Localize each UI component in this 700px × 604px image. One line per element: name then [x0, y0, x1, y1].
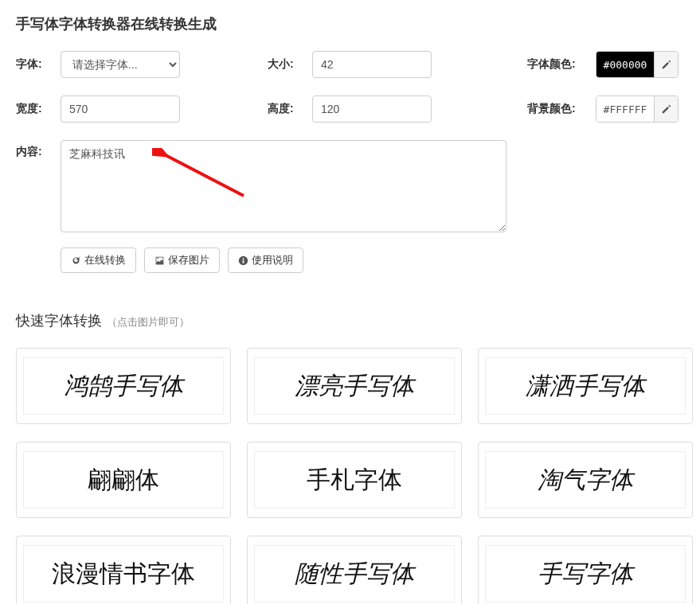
- button-row: 在线转换 保存图片 使用说明: [61, 247, 684, 273]
- font-card-label: 潇洒手写体: [485, 357, 686, 415]
- font-card-label: 翩翩体: [23, 451, 224, 509]
- quick-cards-grid: 鸿鹄手写体 漂亮手写体 潇洒手写体 翩翩体 手札字体 淘气字体 浪漫情书字体 随…: [16, 348, 684, 604]
- font-card-label: 淘气字体: [485, 451, 686, 509]
- help-button[interactable]: 使用说明: [228, 247, 303, 273]
- font-card[interactable]: 淘气字体: [478, 442, 693, 518]
- font-card-label: 浪漫情书字体: [23, 545, 224, 602]
- bg-color-swatch: #FFFFFF: [596, 96, 654, 122]
- svg-rect-2: [243, 259, 244, 263]
- pencil-icon: [661, 103, 672, 115]
- label-content: 内容:: [16, 140, 61, 159]
- font-card[interactable]: 随性手写体: [247, 536, 462, 604]
- label-font-color: 字体颜色:: [519, 57, 591, 72]
- font-select[interactable]: 请选择字体...: [61, 51, 180, 78]
- save-button[interactable]: 保存图片: [144, 247, 220, 273]
- font-card-label: 随性手写体: [254, 545, 455, 602]
- font-card-label: 手写字体: [485, 545, 686, 602]
- font-card[interactable]: 浪漫情书字体: [16, 536, 231, 604]
- font-card-label: 手札字体: [254, 451, 455, 509]
- font-color-edit-button[interactable]: [654, 52, 678, 77]
- bg-color-edit-button[interactable]: [654, 96, 678, 122]
- quick-title-text: 快速字体转换: [16, 311, 102, 330]
- quick-section-title: 快速字体转换 （点击图片即可）: [16, 311, 684, 330]
- refresh-icon: [71, 255, 81, 266]
- label-size: 大小:: [268, 57, 312, 72]
- content-textarea[interactable]: 芝麻科技讯: [61, 140, 506, 232]
- help-label: 使用说明: [252, 253, 293, 267]
- content-row: 内容: 芝麻科技讯: [16, 140, 684, 235]
- font-color-swatch: #000000: [596, 52, 654, 77]
- font-card[interactable]: 鸿鹄手写体: [16, 348, 231, 424]
- font-card[interactable]: 手写字体: [478, 536, 693, 604]
- label-bg-color: 背景颜色:: [519, 102, 591, 116]
- font-color-picker[interactable]: #000000: [596, 51, 678, 78]
- pencil-icon: [661, 59, 672, 70]
- font-card-label: 漂亮手写体: [254, 357, 455, 415]
- bg-color-picker[interactable]: #FFFFFF: [596, 95, 678, 123]
- page-title: 手写体字体转换器在线转换生成: [16, 14, 684, 33]
- label-font: 字体:: [16, 57, 61, 72]
- quick-hint-text: （点击图片即可）: [107, 315, 190, 329]
- info-icon: [238, 255, 248, 266]
- height-input[interactable]: [312, 95, 432, 123]
- font-card[interactable]: 手札字体: [247, 442, 462, 518]
- save-label: 保存图片: [168, 253, 209, 267]
- font-card[interactable]: 漂亮手写体: [247, 348, 462, 424]
- width-input[interactable]: [61, 95, 180, 123]
- label-width: 宽度:: [16, 102, 61, 116]
- form-grid: 字体: 请选择字体... 大小: 字体颜色: #000000 宽度: 高度: 背…: [16, 51, 684, 123]
- font-card[interactable]: 翩翩体: [16, 442, 231, 518]
- font-card-label: 鸿鹄手写体: [23, 357, 224, 415]
- size-input[interactable]: [312, 51, 432, 78]
- image-icon: [154, 255, 165, 266]
- svg-rect-3: [243, 258, 244, 259]
- convert-label: 在线转换: [84, 253, 126, 267]
- convert-button[interactable]: 在线转换: [61, 247, 136, 273]
- font-card[interactable]: 潇洒手写体: [478, 348, 693, 424]
- label-height: 高度:: [268, 102, 312, 116]
